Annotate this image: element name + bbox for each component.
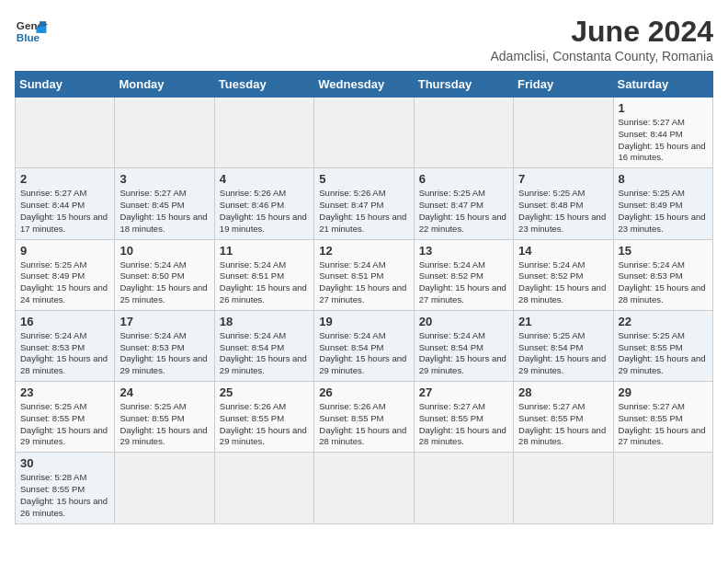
calendar-cell [115,453,214,523]
calendar-cell: 22Sunrise: 5:25 AM Sunset: 8:55 PM Dayli… [613,310,712,381]
calendar-cell: 15Sunrise: 5:24 AM Sunset: 8:53 PM Dayli… [613,239,712,310]
day-number: 9 [20,244,109,258]
calendar-cell: 26Sunrise: 5:26 AM Sunset: 8:55 PM Dayli… [314,382,414,453]
calendar-cell: 13Sunrise: 5:24 AM Sunset: 8:52 PM Dayli… [414,239,513,310]
day-number: 14 [518,244,608,258]
day-sun-info: Sunrise: 5:25 AM Sunset: 8:47 PM Dayligh… [419,188,508,235]
header: General Blue June 2024 Adamclisi, Consta… [15,15,713,63]
calendar-cell: 29Sunrise: 5:27 AM Sunset: 8:55 PM Dayli… [613,382,712,453]
month-title: June 2024 [490,15,713,49]
calendar-cell: 11Sunrise: 5:24 AM Sunset: 8:51 PM Dayli… [214,239,313,310]
day-number: 11 [220,244,309,258]
calendar-cell [414,98,513,168]
day-sun-info: Sunrise: 5:25 AM Sunset: 8:55 PM Dayligh… [20,401,109,448]
calendar-week-6: 30Sunrise: 5:28 AM Sunset: 8:55 PM Dayli… [16,453,713,523]
day-sun-info: Sunrise: 5:28 AM Sunset: 8:55 PM Dayligh… [20,472,109,519]
day-number: 22 [619,315,708,328]
calendar-cell: 27Sunrise: 5:27 AM Sunset: 8:55 PM Dayli… [414,382,513,453]
calendar-cell [514,453,613,523]
day-number: 28 [518,385,608,399]
calendar-cell: 28Sunrise: 5:27 AM Sunset: 8:55 PM Dayli… [514,382,613,453]
day-number: 21 [518,315,608,328]
day-sun-info: Sunrise: 5:24 AM Sunset: 8:54 PM Dayligh… [319,330,408,377]
location-subtitle: Adamclisi, Constanta County, Romania [490,49,713,63]
day-sun-info: Sunrise: 5:27 AM Sunset: 8:44 PM Dayligh… [619,117,708,164]
calendar-cell [314,98,414,168]
calendar-week-2: 2Sunrise: 5:27 AM Sunset: 8:44 PM Daylig… [16,168,713,239]
calendar-cell: 24Sunrise: 5:25 AM Sunset: 8:55 PM Dayli… [115,382,214,453]
day-sun-info: Sunrise: 5:24 AM Sunset: 8:51 PM Dayligh… [220,259,309,306]
title-block: June 2024 Adamclisi, Constanta County, R… [490,15,713,63]
calendar-cell: 21Sunrise: 5:25 AM Sunset: 8:54 PM Dayli… [514,310,613,381]
day-sun-info: Sunrise: 5:24 AM Sunset: 8:53 PM Dayligh… [619,259,708,306]
calendar-week-1: 1Sunrise: 5:27 AM Sunset: 8:44 PM Daylig… [16,98,713,168]
day-number: 20 [419,315,508,328]
day-sun-info: Sunrise: 5:24 AM Sunset: 8:51 PM Dayligh… [319,259,408,306]
day-sun-info: Sunrise: 5:25 AM Sunset: 8:54 PM Dayligh… [518,330,608,377]
calendar-cell: 7Sunrise: 5:25 AM Sunset: 8:48 PM Daylig… [514,168,613,239]
day-number: 2 [20,172,109,186]
calendar-cell: 23Sunrise: 5:25 AM Sunset: 8:55 PM Dayli… [16,382,115,453]
calendar-cell [514,98,613,168]
calendar-cell: 9Sunrise: 5:25 AM Sunset: 8:49 PM Daylig… [16,239,115,310]
day-sun-info: Sunrise: 5:24 AM Sunset: 8:52 PM Dayligh… [518,259,608,306]
day-sun-info: Sunrise: 5:24 AM Sunset: 8:53 PM Dayligh… [20,330,109,377]
column-header-monday: Monday [115,72,214,98]
day-number: 7 [518,172,608,186]
calendar-cell: 17Sunrise: 5:24 AM Sunset: 8:53 PM Dayli… [115,310,214,381]
calendar-cell: 19Sunrise: 5:24 AM Sunset: 8:54 PM Dayli… [314,310,414,381]
calendar-header-row: SundayMondayTuesdayWednesdayThursdayFrid… [16,72,713,98]
day-number: 5 [319,172,408,186]
calendar-cell [314,453,414,523]
day-sun-info: Sunrise: 5:26 AM Sunset: 8:46 PM Dayligh… [220,188,309,235]
day-sun-info: Sunrise: 5:24 AM Sunset: 8:53 PM Dayligh… [119,330,209,377]
day-number: 23 [20,385,109,399]
calendar-cell [115,98,214,168]
day-number: 24 [119,385,209,399]
day-number: 17 [119,315,209,328]
calendar-cell [613,453,712,523]
day-sun-info: Sunrise: 5:27 AM Sunset: 8:55 PM Dayligh… [518,401,608,448]
day-sun-info: Sunrise: 5:27 AM Sunset: 8:44 PM Dayligh… [20,188,109,235]
calendar-cell [16,98,115,168]
day-number: 29 [619,385,708,399]
day-number: 15 [619,244,708,258]
calendar-cell: 5Sunrise: 5:26 AM Sunset: 8:47 PM Daylig… [314,168,414,239]
calendar-cell: 14Sunrise: 5:24 AM Sunset: 8:52 PM Dayli… [514,239,613,310]
day-number: 25 [220,385,309,399]
day-sun-info: Sunrise: 5:25 AM Sunset: 8:48 PM Dayligh… [518,188,608,235]
day-sun-info: Sunrise: 5:25 AM Sunset: 8:49 PM Dayligh… [619,188,708,235]
day-sun-info: Sunrise: 5:25 AM Sunset: 8:55 PM Dayligh… [619,330,708,377]
calendar-cell: 8Sunrise: 5:25 AM Sunset: 8:49 PM Daylig… [613,168,712,239]
day-number: 19 [319,315,408,328]
calendar-week-3: 9Sunrise: 5:25 AM Sunset: 8:49 PM Daylig… [16,239,713,310]
day-sun-info: Sunrise: 5:24 AM Sunset: 8:54 PM Dayligh… [419,330,508,377]
day-sun-info: Sunrise: 5:25 AM Sunset: 8:55 PM Dayligh… [119,401,209,448]
column-header-tuesday: Tuesday [214,72,313,98]
day-number: 16 [20,315,109,328]
calendar-table: SundayMondayTuesdayWednesdayThursdayFrid… [15,71,713,524]
day-sun-info: Sunrise: 5:27 AM Sunset: 8:45 PM Dayligh… [119,188,209,235]
calendar-cell: 12Sunrise: 5:24 AM Sunset: 8:51 PM Dayli… [314,239,414,310]
day-number: 26 [319,385,408,399]
calendar-cell: 4Sunrise: 5:26 AM Sunset: 8:46 PM Daylig… [214,168,313,239]
calendar-cell: 30Sunrise: 5:28 AM Sunset: 8:55 PM Dayli… [16,453,115,523]
day-number: 10 [119,244,209,258]
day-sun-info: Sunrise: 5:27 AM Sunset: 8:55 PM Dayligh… [619,401,708,448]
calendar-cell [214,453,313,523]
day-sun-info: Sunrise: 5:27 AM Sunset: 8:55 PM Dayligh… [419,401,508,448]
column-header-saturday: Saturday [613,72,712,98]
day-sun-info: Sunrise: 5:26 AM Sunset: 8:55 PM Dayligh… [220,401,309,448]
calendar-cell [214,98,313,168]
day-number: 1 [619,101,708,115]
column-header-sunday: Sunday [16,72,115,98]
column-header-thursday: Thursday [414,72,513,98]
day-number: 8 [619,172,708,186]
day-sun-info: Sunrise: 5:26 AM Sunset: 8:55 PM Dayligh… [319,401,408,448]
day-number: 6 [419,172,508,186]
calendar-cell: 10Sunrise: 5:24 AM Sunset: 8:50 PM Dayli… [115,239,214,310]
calendar-cell: 16Sunrise: 5:24 AM Sunset: 8:53 PM Dayli… [16,310,115,381]
day-number: 27 [419,385,508,399]
column-header-friday: Friday [514,72,613,98]
day-sun-info: Sunrise: 5:24 AM Sunset: 8:52 PM Dayligh… [419,259,508,306]
